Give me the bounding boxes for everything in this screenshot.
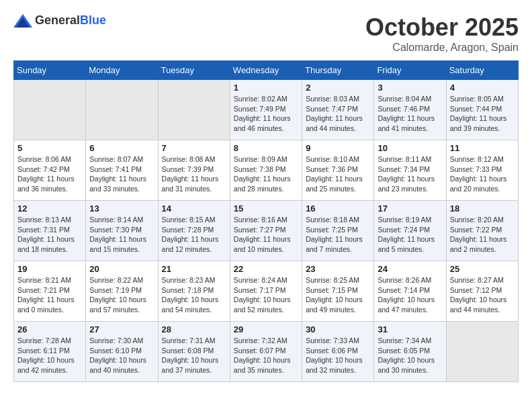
day-number: 12	[17, 203, 82, 214]
day-number: 19	[17, 264, 82, 274]
day-number: 31	[378, 324, 442, 334]
cell-info: Sunrise: 8:11 AM Sunset: 7:34 PM Dayligh…	[378, 154, 442, 194]
calendar-cell: 16Sunrise: 8:18 AM Sunset: 7:25 PM Dayli…	[302, 201, 374, 261]
header-thursday: Thursday	[302, 61, 374, 80]
week-row-4: 19Sunrise: 8:21 AM Sunset: 7:21 PM Dayli…	[14, 261, 519, 322]
cell-info: Sunrise: 8:26 AM Sunset: 7:14 PM Dayligh…	[378, 275, 442, 315]
calendar-cell: 27Sunrise: 7:30 AM Sunset: 6:10 PM Dayli…	[86, 322, 158, 382]
calendar-cell: 23Sunrise: 8:25 AM Sunset: 7:15 PM Dayli…	[302, 261, 374, 322]
calendar-cell	[14, 80, 86, 140]
day-number: 27	[89, 324, 154, 334]
calendar-table: SundayMondayTuesdayWednesdayThursdayFrid…	[13, 60, 519, 382]
day-number: 1	[234, 83, 298, 93]
day-number: 29	[234, 324, 298, 334]
cell-info: Sunrise: 7:30 AM Sunset: 6:10 PM Dayligh…	[89, 336, 154, 375]
calendar-cell: 31Sunrise: 7:34 AM Sunset: 6:05 PM Dayli…	[374, 322, 446, 382]
day-number: 13	[89, 203, 154, 214]
header-wednesday: Wednesday	[230, 61, 302, 80]
cell-info: Sunrise: 8:18 AM Sunset: 7:25 PM Dayligh…	[306, 215, 370, 255]
day-number: 7	[162, 143, 226, 153]
cell-info: Sunrise: 8:14 AM Sunset: 7:30 PM Dayligh…	[89, 215, 154, 255]
day-number: 24	[378, 264, 442, 274]
cell-info: Sunrise: 8:04 AM Sunset: 7:46 PM Dayligh…	[378, 94, 442, 134]
cell-info: Sunrise: 8:20 AM Sunset: 7:22 PM Dayligh…	[450, 215, 515, 255]
calendar-cell: 28Sunrise: 7:31 AM Sunset: 6:08 PM Dayli…	[158, 322, 230, 382]
calendar-cell: 1Sunrise: 8:02 AM Sunset: 7:49 PM Daylig…	[230, 80, 302, 140]
day-number: 14	[162, 203, 226, 214]
calendar-cell: 5Sunrise: 8:06 AM Sunset: 7:42 PM Daylig…	[14, 140, 86, 201]
cell-info: Sunrise: 8:16 AM Sunset: 7:27 PM Dayligh…	[234, 215, 298, 255]
cell-info: Sunrise: 8:09 AM Sunset: 7:38 PM Dayligh…	[234, 154, 298, 194]
logo-blue-text: Blue	[80, 13, 106, 27]
day-number: 28	[162, 324, 226, 334]
day-number: 11	[450, 143, 515, 153]
page-header: GeneralBlue October 2025 Calomarde, Arag…	[13, 13, 519, 54]
cell-info: Sunrise: 8:03 AM Sunset: 7:47 PM Dayligh…	[306, 94, 370, 134]
cell-info: Sunrise: 7:34 AM Sunset: 6:05 PM Dayligh…	[378, 336, 442, 375]
week-row-2: 5Sunrise: 8:06 AM Sunset: 7:42 PM Daylig…	[14, 140, 519, 201]
week-row-3: 12Sunrise: 8:13 AM Sunset: 7:31 PM Dayli…	[14, 201, 519, 261]
day-number: 5	[17, 143, 82, 153]
cell-info: Sunrise: 8:12 AM Sunset: 7:33 PM Dayligh…	[450, 154, 515, 194]
day-number: 8	[234, 143, 298, 153]
cell-info: Sunrise: 8:08 AM Sunset: 7:39 PM Dayligh…	[162, 154, 226, 194]
cell-info: Sunrise: 8:25 AM Sunset: 7:15 PM Dayligh…	[306, 275, 370, 315]
day-number: 25	[450, 264, 515, 274]
cell-info: Sunrise: 7:31 AM Sunset: 6:08 PM Dayligh…	[162, 336, 226, 375]
header-tuesday: Tuesday	[158, 61, 230, 80]
day-number: 15	[234, 203, 298, 214]
cell-info: Sunrise: 8:05 AM Sunset: 7:44 PM Dayligh…	[450, 94, 515, 134]
calendar-cell	[158, 80, 230, 140]
cell-info: Sunrise: 8:07 AM Sunset: 7:41 PM Dayligh…	[89, 154, 154, 194]
day-number: 2	[306, 83, 370, 93]
header-sunday: Sunday	[14, 61, 86, 80]
location-title: Calomarde, Aragon, Spain	[365, 42, 519, 54]
cell-info: Sunrise: 8:22 AM Sunset: 7:19 PM Dayligh…	[89, 275, 154, 315]
day-number: 16	[306, 203, 370, 214]
day-number: 3	[378, 83, 442, 93]
week-row-5: 26Sunrise: 7:28 AM Sunset: 6:11 PM Dayli…	[14, 322, 519, 382]
calendar-cell: 9Sunrise: 8:10 AM Sunset: 7:36 PM Daylig…	[302, 140, 374, 201]
day-number: 20	[89, 264, 154, 274]
day-number: 18	[450, 203, 515, 214]
calendar-cell: 13Sunrise: 8:14 AM Sunset: 7:30 PM Dayli…	[86, 201, 158, 261]
day-number: 6	[89, 143, 154, 153]
calendar-cell: 4Sunrise: 8:05 AM Sunset: 7:44 PM Daylig…	[446, 80, 518, 140]
day-number: 9	[306, 143, 370, 153]
calendar-cell: 29Sunrise: 7:32 AM Sunset: 6:07 PM Dayli…	[230, 322, 302, 382]
calendar-cell: 10Sunrise: 8:11 AM Sunset: 7:34 PM Dayli…	[374, 140, 446, 201]
logo-general-text: General	[35, 13, 80, 27]
calendar-cell: 19Sunrise: 8:21 AM Sunset: 7:21 PM Dayli…	[14, 261, 86, 322]
calendar-cell: 18Sunrise: 8:20 AM Sunset: 7:22 PM Dayli…	[446, 201, 518, 261]
header-saturday: Saturday	[446, 61, 518, 80]
logo-icon	[13, 14, 32, 28]
calendar-cell	[86, 80, 158, 140]
day-number: 23	[306, 264, 370, 274]
calendar-cell: 3Sunrise: 8:04 AM Sunset: 7:46 PM Daylig…	[374, 80, 446, 140]
logo: GeneralBlue	[13, 13, 106, 28]
calendar-cell: 7Sunrise: 8:08 AM Sunset: 7:39 PM Daylig…	[158, 140, 230, 201]
cell-info: Sunrise: 8:02 AM Sunset: 7:49 PM Dayligh…	[234, 94, 298, 134]
month-title: October 2025	[365, 13, 519, 42]
header-monday: Monday	[86, 61, 158, 80]
cell-info: Sunrise: 8:19 AM Sunset: 7:24 PM Dayligh…	[378, 215, 442, 255]
cell-info: Sunrise: 7:33 AM Sunset: 6:06 PM Dayligh…	[306, 336, 370, 375]
cell-info: Sunrise: 8:24 AM Sunset: 7:17 PM Dayligh…	[234, 275, 298, 315]
cell-info: Sunrise: 7:32 AM Sunset: 6:07 PM Dayligh…	[234, 336, 298, 375]
cell-info: Sunrise: 8:23 AM Sunset: 7:18 PM Dayligh…	[162, 275, 226, 315]
calendar-cell	[446, 322, 518, 382]
calendar-cell: 24Sunrise: 8:26 AM Sunset: 7:14 PM Dayli…	[374, 261, 446, 322]
day-number: 22	[234, 264, 298, 274]
calendar-cell: 21Sunrise: 8:23 AM Sunset: 7:18 PM Dayli…	[158, 261, 230, 322]
header-row: SundayMondayTuesdayWednesdayThursdayFrid…	[14, 61, 519, 80]
cell-info: Sunrise: 8:21 AM Sunset: 7:21 PM Dayligh…	[17, 275, 82, 315]
calendar-cell: 12Sunrise: 8:13 AM Sunset: 7:31 PM Dayli…	[14, 201, 86, 261]
cell-info: Sunrise: 7:28 AM Sunset: 6:11 PM Dayligh…	[17, 336, 82, 375]
day-number: 10	[378, 143, 442, 153]
day-number: 30	[306, 324, 370, 334]
cell-info: Sunrise: 8:06 AM Sunset: 7:42 PM Dayligh…	[17, 154, 82, 194]
calendar-cell: 11Sunrise: 8:12 AM Sunset: 7:33 PM Dayli…	[446, 140, 518, 201]
week-row-1: 1Sunrise: 8:02 AM Sunset: 7:49 PM Daylig…	[14, 80, 519, 140]
cell-info: Sunrise: 8:15 AM Sunset: 7:28 PM Dayligh…	[162, 215, 226, 255]
cell-info: Sunrise: 8:27 AM Sunset: 7:12 PM Dayligh…	[450, 275, 515, 315]
